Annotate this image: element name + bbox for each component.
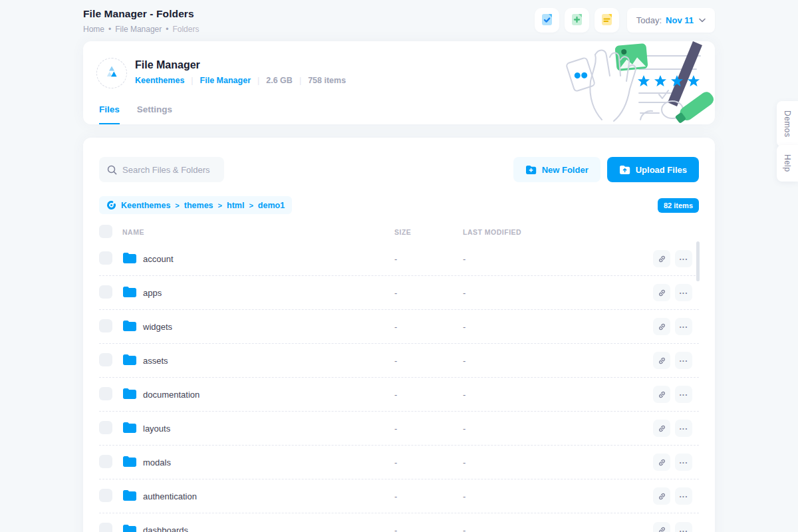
row-checkbox[interactable] [99,251,112,265]
new-folder-label: New Folder [542,165,589,175]
folder-name-link[interactable]: documentation [143,390,200,400]
side-tab-help[interactable]: Help [777,145,798,182]
path-segment-3[interactable]: demo1 [258,201,285,210]
folder-name-link[interactable]: assets [143,356,168,366]
copy-link-button[interactable] [653,250,670,267]
more-actions-button[interactable]: ... [675,522,692,532]
date-picker-label: Today: [636,15,662,25]
table-row: authentication - - ... [99,479,699,513]
date-picker[interactable]: Today: Nov 11 [627,8,715,33]
row-checkbox[interactable] [99,421,112,434]
new-folder-button[interactable]: New Folder [513,157,600,182]
modified-value: - [463,254,650,264]
page-head: File Manager - Folders Home• File Manage… [83,8,715,34]
file-plus-icon [570,13,584,29]
path-segment-1[interactable]: themes [184,201,213,210]
folder-name-link[interactable]: widgets [143,322,172,332]
size-value: - [394,424,463,434]
app-link[interactable]: File Manager [200,76,251,85]
size-value: - [394,254,463,264]
size-value: - [394,390,463,400]
breadcrumb: Home• File Manager• Folders [83,25,199,34]
more-actions-button[interactable]: ... [675,318,692,335]
row-checkbox[interactable] [99,319,112,332]
folder-name-link[interactable]: authentication [143,491,197,501]
row-checkbox[interactable] [99,489,112,502]
search-box[interactable] [99,157,224,182]
file-plus-button[interactable] [565,8,589,33]
row-checkbox[interactable] [99,523,112,532]
tab-files[interactable]: Files [99,104,120,124]
page-title: File Manager - Folders [83,8,199,20]
folder-name-link[interactable]: modals [143,458,171,467]
chevron-right-icon: > [249,201,253,209]
copy-link-button[interactable] [653,318,670,335]
folder-name-link[interactable]: dashboards [143,525,188,532]
upload-files-button[interactable]: Upload Files [607,157,699,182]
toolbar-buttons: New Folder Upload Files [513,157,699,182]
select-all-checkbox[interactable] [99,225,112,238]
column-header-size[interactable]: SIZE [394,228,463,236]
more-actions-button[interactable]: ... [675,386,692,403]
table-row: widgets - - ... [99,310,699,344]
copy-link-button[interactable] [653,352,670,369]
table-row: modals - - ... [99,446,699,479]
more-actions-button[interactable]: ... [675,420,692,437]
copy-link-button[interactable] [653,487,670,505]
table-row: layouts - - ... [99,412,699,446]
row-checkbox[interactable] [99,353,112,366]
tab-settings[interactable]: Settings [137,104,172,124]
file-lines-icon [600,13,614,29]
app-logo-avatar [96,58,127,88]
chevron-down-icon [699,18,706,23]
path-segment-root[interactable]: Keenthemes [121,201,170,210]
items-count: 758 items [308,76,346,85]
folder-icon [122,456,136,469]
chevron-right-icon: > [175,201,179,209]
copy-link-button[interactable] [653,522,670,532]
more-actions-button[interactable]: ... [675,250,692,267]
size-value: - [394,322,463,332]
copy-link-button[interactable] [653,386,670,403]
modified-value: - [463,424,650,434]
row-checkbox[interactable] [99,285,112,299]
column-header-name[interactable]: NAME [122,228,394,236]
folder-name-link[interactable]: apps [143,288,162,298]
row-checkbox[interactable] [99,387,112,400]
file-manager-card: New Folder Upload Files Keenthemes > the… [83,138,715,532]
folder-name-link[interactable]: account [143,254,174,264]
app-subtitle: Keenthemes | File Manager | 2.6 GB | 758… [135,76,346,85]
breadcrumb-file-manager[interactable]: File Manager [115,25,162,34]
copy-link-button[interactable] [653,284,670,301]
breadcrumb-folders: Folders [172,25,199,34]
more-actions-button[interactable]: ... [675,487,692,505]
more-actions-button[interactable]: ... [675,454,692,471]
table-row: apps - - ... [99,276,699,310]
row-checkbox[interactable] [99,455,112,468]
more-actions-button[interactable]: ... [675,284,692,301]
files-table: NAME SIZE LAST MODIFIED account - - ... … [83,214,715,532]
folder-icon [122,252,136,265]
folder-name-link[interactable]: layouts [143,424,170,434]
items-count-badge: 82 items [658,198,699,213]
search-input[interactable] [122,165,216,175]
modified-value: - [463,356,650,366]
path-segment-2[interactable]: html [227,201,244,210]
more-actions-button[interactable]: ... [675,352,692,369]
upload-files-label: Upload Files [636,165,687,175]
column-header-modified[interactable]: LAST MODIFIED [463,228,650,236]
copy-link-button[interactable] [653,420,670,437]
table-row: documentation - - ... [99,378,699,412]
list-scrollbar[interactable] [696,241,700,281]
table-row: account - - ... [99,242,699,276]
side-tab-demos[interactable]: Demos [777,101,798,147]
file-lines-button[interactable] [595,8,619,33]
folder-icon [122,422,136,435]
copy-link-button[interactable] [653,454,670,471]
file-check-icon [540,13,554,29]
current-path: Keenthemes > themes > html > demo1 [99,196,292,214]
vendor-link[interactable]: Keenthemes [135,76,184,85]
breadcrumb-home[interactable]: Home [83,25,104,34]
file-check-button[interactable] [535,8,559,33]
folder-icon [122,524,136,532]
